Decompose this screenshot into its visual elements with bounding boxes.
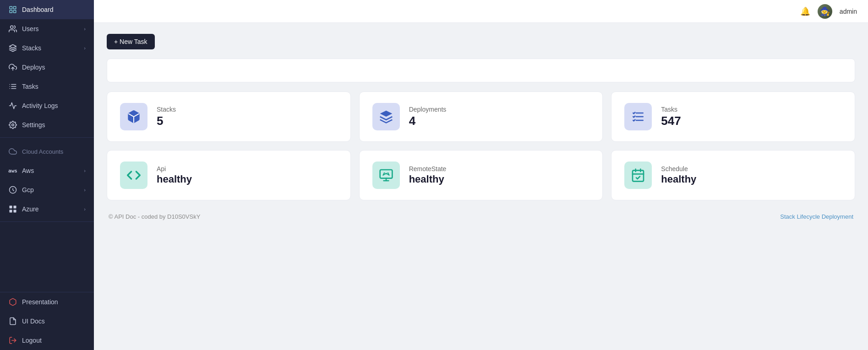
settings-icon [8,120,17,129]
sidebar-item-label: Azure [22,205,39,213]
svg-rect-17 [10,210,12,213]
stat-info-stacks: Stacks 5 [157,106,176,128]
azure-icon [8,205,17,214]
sidebar-item-users[interactable]: Users › [0,19,94,38]
sidebar-item-ui-docs[interactable]: UI Docs [0,312,94,331]
sidebar: Dashboard Users › Stacks › Deploys [0,0,94,350]
svg-rect-25 [380,170,392,178]
deploys-icon [8,63,17,72]
svg-rect-28 [633,170,644,181]
stat-icon-stacks [120,103,147,130]
sidebar-cloud-accounts-header: Cloud Accounts [0,140,94,161]
stat-value-tasks: 547 [661,114,681,128]
main-content: 🔔 🧙 admin + New Task Stacks [94,0,868,350]
sidebar-item-gcp[interactable]: Gcp › [0,180,94,199]
cloud-accounts-label: Cloud Accounts [22,148,63,155]
stats-grid: Stacks 5 Deployments 4 [107,92,855,200]
content-placeholder-bar [107,59,855,82]
stat-info-deployments: Deployments 4 [409,106,447,128]
logout-icon [8,336,17,345]
stat-card-remotestate: RemoteState healthy [359,150,603,200]
sidebar-item-azure[interactable]: Azure › [0,199,94,219]
svg-marker-5 [10,45,16,48]
svg-rect-18 [14,210,16,213]
cloud-accounts-icon [8,147,17,156]
stat-icon-schedule [624,162,652,189]
sidebar-item-label: Dashboard [22,6,54,13]
svg-rect-0 [10,6,12,9]
footer: © API Doc - coded by D10S0VSkY Stack Lif… [107,213,855,220]
stat-value-deployments: 4 [409,114,447,128]
stat-value-api: healthy [157,173,192,185]
sidebar-item-label: Stacks [22,44,41,52]
new-task-button[interactable]: + New Task [107,34,155,49]
avatar[interactable]: 🧙 [818,4,832,19]
svg-rect-16 [14,206,16,209]
stat-label-api: Api [157,165,192,172]
stat-icon-api [120,162,147,189]
stat-card-deployments: Deployments 4 [359,92,603,142]
sidebar-item-deploys[interactable]: Deploys [0,58,94,77]
stat-label-schedule: Schedule [661,165,696,172]
sidebar-item-tasks[interactable]: Tasks [0,77,94,96]
stat-value-remotestate: healthy [409,173,447,185]
sidebar-item-aws[interactable]: aws Aws › [0,161,94,180]
tasks-icon [8,82,17,91]
topbar-actions: 🔔 🧙 admin [800,4,857,19]
stat-info-tasks: Tasks 547 [661,106,681,128]
stat-value-stacks: 5 [157,114,176,128]
sidebar-bottom: Presentation UI Docs Logout [0,292,94,350]
sidebar-item-label: Users [22,25,39,32]
stat-value-schedule: healthy [661,173,696,185]
sidebar-item-label: Deploys [22,64,45,71]
sidebar-item-label: Activity Logs [22,102,58,109]
presentation-icon [8,297,17,307]
chevron-right-icon: › [84,45,86,51]
sidebar-item-activity-logs[interactable]: Activity Logs [0,96,94,115]
stat-icon-remotestate [372,162,400,189]
sidebar-item-stacks[interactable]: Stacks › [0,38,94,58]
stat-card-schedule: Schedule healthy [611,150,855,200]
sidebar-item-label: Presentation [22,298,58,306]
admin-label: admin [840,8,857,15]
stat-info-api: Api healthy [157,165,192,185]
topbar: 🔔 🧙 admin [94,0,868,23]
svg-rect-3 [10,11,12,13]
stat-icon-tasks [624,103,652,130]
svg-rect-1 [14,6,16,9]
bell-icon[interactable]: 🔔 [800,6,810,16]
stacks-icon [8,43,17,53]
stat-info-remotestate: RemoteState healthy [409,165,447,185]
footer-left: © API Doc - coded by D10S0VSkY [109,213,200,220]
stat-card-tasks: Tasks 547 [611,92,855,142]
sidebar-item-label: UI Docs [22,318,45,325]
aws-icon: aws [8,166,17,175]
stat-card-stacks: Stacks 5 [107,92,351,142]
svg-rect-15 [10,206,12,209]
users-icon [8,24,17,33]
footer-right[interactable]: Stack Lifecycle Deployment [780,213,853,220]
sidebar-item-logout[interactable]: Logout [0,331,94,350]
svg-rect-2 [14,11,16,13]
chevron-right-icon: › [84,187,86,193]
svg-point-13 [12,124,14,126]
sidebar-item-label: Logout [22,337,42,344]
sidebar-item-dashboard[interactable]: Dashboard [0,0,94,19]
stat-icon-deployments [372,103,400,130]
chevron-right-icon: › [84,206,86,212]
stat-card-api: Api healthy [107,150,351,200]
chevron-right-icon: › [84,168,86,173]
sidebar-item-presentation[interactable]: Presentation [0,292,94,312]
content-area: + New Task Stacks 5 [94,23,868,350]
stat-info-schedule: Schedule healthy [661,165,696,185]
stat-label-tasks: Tasks [661,106,681,113]
stat-label-deployments: Deployments [409,106,447,113]
stat-label-remotestate: RemoteState [409,165,447,172]
chevron-right-icon: › [84,26,86,32]
sidebar-item-label: Settings [22,121,45,129]
sidebar-item-settings[interactable]: Settings [0,115,94,135]
sidebar-item-label: Aws [22,167,34,174]
gcp-icon [8,185,17,194]
dashboard-icon [8,5,17,14]
sidebar-item-label: Gcp [22,186,34,194]
